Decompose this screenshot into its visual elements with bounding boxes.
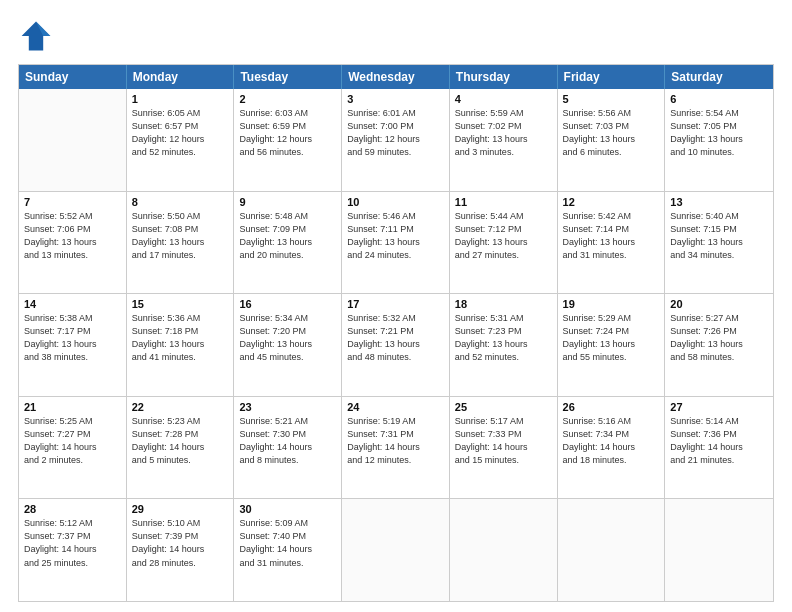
day-number: 27 <box>670 401 768 413</box>
calendar-row-1: 1Sunrise: 6:05 AMSunset: 6:57 PMDaylight… <box>19 89 773 191</box>
calendar-cell: 14Sunrise: 5:38 AMSunset: 7:17 PMDayligh… <box>19 294 127 396</box>
day-info: Sunrise: 5:56 AMSunset: 7:03 PMDaylight:… <box>563 107 660 159</box>
calendar-cell: 18Sunrise: 5:31 AMSunset: 7:23 PMDayligh… <box>450 294 558 396</box>
day-number: 15 <box>132 298 229 310</box>
day-info: Sunrise: 5:14 AMSunset: 7:36 PMDaylight:… <box>670 415 768 467</box>
calendar-cell: 22Sunrise: 5:23 AMSunset: 7:28 PMDayligh… <box>127 397 235 499</box>
day-info: Sunrise: 5:50 AMSunset: 7:08 PMDaylight:… <box>132 210 229 262</box>
day-info: Sunrise: 5:25 AMSunset: 7:27 PMDaylight:… <box>24 415 121 467</box>
day-number: 3 <box>347 93 444 105</box>
day-info: Sunrise: 5:16 AMSunset: 7:34 PMDaylight:… <box>563 415 660 467</box>
day-info: Sunrise: 5:31 AMSunset: 7:23 PMDaylight:… <box>455 312 552 364</box>
day-number: 18 <box>455 298 552 310</box>
day-number: 21 <box>24 401 121 413</box>
day-info: Sunrise: 5:34 AMSunset: 7:20 PMDaylight:… <box>239 312 336 364</box>
day-number: 2 <box>239 93 336 105</box>
logo <box>18 18 60 54</box>
weekday-header-monday: Monday <box>127 65 235 89</box>
day-number: 1 <box>132 93 229 105</box>
day-info: Sunrise: 5:10 AMSunset: 7:39 PMDaylight:… <box>132 517 229 569</box>
calendar-cell: 24Sunrise: 5:19 AMSunset: 7:31 PMDayligh… <box>342 397 450 499</box>
weekday-header-thursday: Thursday <box>450 65 558 89</box>
day-number: 7 <box>24 196 121 208</box>
day-number: 11 <box>455 196 552 208</box>
calendar-row-5: 28Sunrise: 5:12 AMSunset: 7:37 PMDayligh… <box>19 498 773 601</box>
calendar-cell: 7Sunrise: 5:52 AMSunset: 7:06 PMDaylight… <box>19 192 127 294</box>
day-number: 22 <box>132 401 229 413</box>
weekday-header-friday: Friday <box>558 65 666 89</box>
day-number: 4 <box>455 93 552 105</box>
calendar-cell: 12Sunrise: 5:42 AMSunset: 7:14 PMDayligh… <box>558 192 666 294</box>
weekday-header-tuesday: Tuesday <box>234 65 342 89</box>
day-info: Sunrise: 5:36 AMSunset: 7:18 PMDaylight:… <box>132 312 229 364</box>
day-number: 30 <box>239 503 336 515</box>
calendar-cell: 4Sunrise: 5:59 AMSunset: 7:02 PMDaylight… <box>450 89 558 191</box>
day-number: 28 <box>24 503 121 515</box>
day-info: Sunrise: 5:27 AMSunset: 7:26 PMDaylight:… <box>670 312 768 364</box>
day-info: Sunrise: 5:12 AMSunset: 7:37 PMDaylight:… <box>24 517 121 569</box>
calendar-cell <box>558 499 666 601</box>
calendar-cell: 29Sunrise: 5:10 AMSunset: 7:39 PMDayligh… <box>127 499 235 601</box>
day-info: Sunrise: 5:46 AMSunset: 7:11 PMDaylight:… <box>347 210 444 262</box>
day-info: Sunrise: 5:42 AMSunset: 7:14 PMDaylight:… <box>563 210 660 262</box>
calendar-cell: 1Sunrise: 6:05 AMSunset: 6:57 PMDaylight… <box>127 89 235 191</box>
day-number: 8 <box>132 196 229 208</box>
calendar-cell: 9Sunrise: 5:48 AMSunset: 7:09 PMDaylight… <box>234 192 342 294</box>
day-number: 14 <box>24 298 121 310</box>
day-number: 6 <box>670 93 768 105</box>
day-info: Sunrise: 5:40 AMSunset: 7:15 PMDaylight:… <box>670 210 768 262</box>
logo-icon <box>18 18 54 54</box>
calendar-cell: 27Sunrise: 5:14 AMSunset: 7:36 PMDayligh… <box>665 397 773 499</box>
calendar-cell: 3Sunrise: 6:01 AMSunset: 7:00 PMDaylight… <box>342 89 450 191</box>
day-number: 17 <box>347 298 444 310</box>
day-info: Sunrise: 5:38 AMSunset: 7:17 PMDaylight:… <box>24 312 121 364</box>
calendar-cell: 11Sunrise: 5:44 AMSunset: 7:12 PMDayligh… <box>450 192 558 294</box>
calendar-cell: 21Sunrise: 5:25 AMSunset: 7:27 PMDayligh… <box>19 397 127 499</box>
calendar-cell: 2Sunrise: 6:03 AMSunset: 6:59 PMDaylight… <box>234 89 342 191</box>
calendar-cell: 19Sunrise: 5:29 AMSunset: 7:24 PMDayligh… <box>558 294 666 396</box>
calendar-row-2: 7Sunrise: 5:52 AMSunset: 7:06 PMDaylight… <box>19 191 773 294</box>
day-info: Sunrise: 5:48 AMSunset: 7:09 PMDaylight:… <box>239 210 336 262</box>
calendar-cell: 8Sunrise: 5:50 AMSunset: 7:08 PMDaylight… <box>127 192 235 294</box>
day-number: 13 <box>670 196 768 208</box>
header <box>18 18 774 54</box>
calendar-row-3: 14Sunrise: 5:38 AMSunset: 7:17 PMDayligh… <box>19 293 773 396</box>
day-number: 20 <box>670 298 768 310</box>
day-info: Sunrise: 5:29 AMSunset: 7:24 PMDaylight:… <box>563 312 660 364</box>
day-info: Sunrise: 6:01 AMSunset: 7:00 PMDaylight:… <box>347 107 444 159</box>
day-number: 25 <box>455 401 552 413</box>
day-info: Sunrise: 5:32 AMSunset: 7:21 PMDaylight:… <box>347 312 444 364</box>
calendar-cell: 10Sunrise: 5:46 AMSunset: 7:11 PMDayligh… <box>342 192 450 294</box>
calendar-cell <box>19 89 127 191</box>
day-number: 16 <box>239 298 336 310</box>
day-number: 9 <box>239 196 336 208</box>
day-number: 19 <box>563 298 660 310</box>
page: SundayMondayTuesdayWednesdayThursdayFrid… <box>0 0 792 612</box>
day-info: Sunrise: 5:09 AMSunset: 7:40 PMDaylight:… <box>239 517 336 569</box>
weekday-header-sunday: Sunday <box>19 65 127 89</box>
calendar-cell: 5Sunrise: 5:56 AMSunset: 7:03 PMDaylight… <box>558 89 666 191</box>
calendar-row-4: 21Sunrise: 5:25 AMSunset: 7:27 PMDayligh… <box>19 396 773 499</box>
weekday-header-saturday: Saturday <box>665 65 773 89</box>
day-info: Sunrise: 5:23 AMSunset: 7:28 PMDaylight:… <box>132 415 229 467</box>
calendar-cell: 20Sunrise: 5:27 AMSunset: 7:26 PMDayligh… <box>665 294 773 396</box>
day-number: 5 <box>563 93 660 105</box>
calendar-header: SundayMondayTuesdayWednesdayThursdayFrid… <box>19 65 773 89</box>
day-info: Sunrise: 5:52 AMSunset: 7:06 PMDaylight:… <box>24 210 121 262</box>
calendar-cell <box>342 499 450 601</box>
weekday-header-wednesday: Wednesday <box>342 65 450 89</box>
calendar: SundayMondayTuesdayWednesdayThursdayFrid… <box>18 64 774 602</box>
day-info: Sunrise: 5:17 AMSunset: 7:33 PMDaylight:… <box>455 415 552 467</box>
calendar-cell: 26Sunrise: 5:16 AMSunset: 7:34 PMDayligh… <box>558 397 666 499</box>
calendar-cell: 16Sunrise: 5:34 AMSunset: 7:20 PMDayligh… <box>234 294 342 396</box>
calendar-cell <box>665 499 773 601</box>
day-info: Sunrise: 6:03 AMSunset: 6:59 PMDaylight:… <box>239 107 336 159</box>
calendar-cell: 13Sunrise: 5:40 AMSunset: 7:15 PMDayligh… <box>665 192 773 294</box>
day-info: Sunrise: 5:21 AMSunset: 7:30 PMDaylight:… <box>239 415 336 467</box>
day-number: 12 <box>563 196 660 208</box>
day-number: 24 <box>347 401 444 413</box>
day-info: Sunrise: 6:05 AMSunset: 6:57 PMDaylight:… <box>132 107 229 159</box>
calendar-cell: 25Sunrise: 5:17 AMSunset: 7:33 PMDayligh… <box>450 397 558 499</box>
calendar-cell: 6Sunrise: 5:54 AMSunset: 7:05 PMDaylight… <box>665 89 773 191</box>
day-info: Sunrise: 5:19 AMSunset: 7:31 PMDaylight:… <box>347 415 444 467</box>
